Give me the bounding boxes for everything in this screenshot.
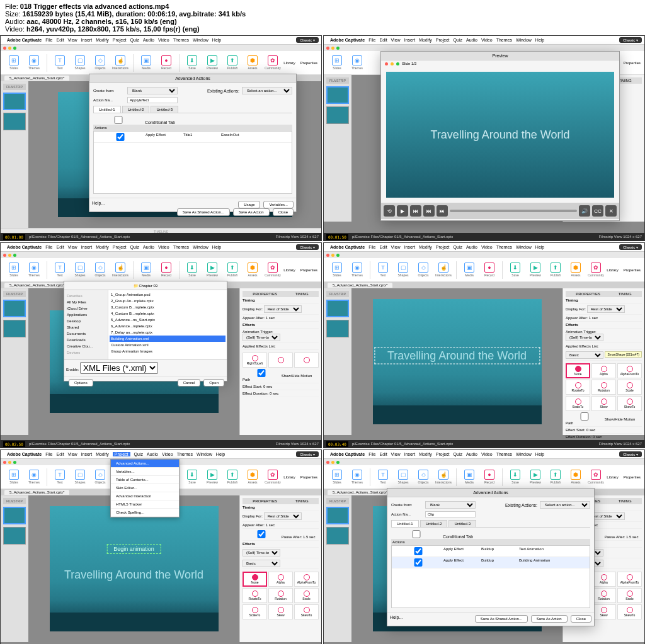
menu-item-html5[interactable]: HTML5 Tracker (111, 500, 179, 509)
display-for-select[interactable]: Rest of Slide (264, 305, 302, 313)
menu-file[interactable]: File (45, 38, 52, 42)
preview-title: Preview (381, 52, 619, 60)
menu-video[interactable]: Video (158, 38, 169, 42)
row-checkbox[interactable] (95, 133, 146, 141)
close-icon[interactable] (3, 47, 6, 50)
selected-text[interactable]: Travelling Around the World (374, 347, 540, 364)
tab-untitled-3[interactable]: Untitled-3 (151, 106, 178, 113)
prev-button[interactable]: ⏮ (410, 205, 421, 217)
sidebar-desktop[interactable]: Desktop (67, 318, 105, 324)
fx-alpha[interactable]: Alpha (591, 363, 616, 378)
sidebar-icloud[interactable]: iCloud Drive (67, 305, 105, 312)
rewind-button[interactable]: ⟲ (384, 205, 395, 217)
filmstrip-slide-1[interactable] (3, 93, 26, 110)
media-button[interactable]: ▣Media (137, 53, 156, 73)
properties-tab[interactable]: Properties (300, 61, 317, 65)
menu-item-skin[interactable]: Skin Editor... (111, 484, 179, 492)
progress-bar[interactable] (450, 210, 577, 212)
menu-insert[interactable]: Insert (81, 38, 93, 42)
open-button[interactable]: Open (203, 379, 224, 387)
file-item[interactable]: 1_Group Animation.psd (110, 291, 225, 298)
menu-edit[interactable]: Edit (57, 38, 64, 42)
sidebar-downloads[interactable]: Downloads (67, 337, 105, 343)
menu-themes[interactable]: Themes (173, 38, 189, 42)
workspace-selector[interactable]: Classic ▾ (296, 37, 319, 43)
community-button[interactable]: ✿Community (263, 53, 282, 73)
menu-item-spelling[interactable]: Check Spelling... (111, 509, 179, 517)
exit-button[interactable]: ✕ (605, 205, 617, 217)
conditional-checkbox[interactable] (93, 116, 144, 124)
filmstrip-slide-2[interactable] (3, 113, 26, 130)
menubar: Adobe Captivate FileEditViewInsertModify… (324, 36, 644, 45)
action-row[interactable]: Apply Effect Title1 EaseInOut (94, 132, 292, 143)
fx-none[interactable]: None (566, 363, 590, 378)
fx-scale[interactable]: Scale (617, 380, 642, 395)
fx-rotateto[interactable]: RotateTo (566, 380, 590, 395)
thumbnail-grid: Adobe Captivate File Edit View Insert Mo… (0, 35, 645, 644)
begin-button[interactable]: Begin animation (106, 544, 161, 554)
play-button[interactable]: ▶ (397, 205, 408, 217)
menu-help[interactable]: Help (212, 38, 221, 42)
dialog-title: Advanced Actions (89, 74, 296, 83)
fx-alphafromto[interactable]: AlphaFromTo (617, 363, 642, 378)
doc-tab[interactable]: 5_Advanced_Actions_Start.cptx* (4, 76, 69, 81)
menu-item-advanced-actions[interactable]: Advanced Actions... (111, 460, 179, 468)
end-button[interactable]: ⏭ (437, 205, 448, 217)
save-action-button[interactable]: Save As Action (233, 208, 270, 216)
file-item-selected[interactable]: Building Animation.xml (110, 336, 225, 342)
tab-untitled-1[interactable]: Untitled-1 (93, 106, 121, 113)
record-button[interactable]: ●Record (157, 53, 176, 73)
sidebar-apps[interactable]: Applications (67, 312, 105, 318)
sidebar-shared[interactable]: Shared (67, 324, 105, 330)
action-name-input[interactable] (127, 97, 178, 103)
save-button[interactable]: ⬇Save (183, 53, 202, 73)
library-tab[interactable]: Library (283, 61, 295, 65)
create-from-select[interactable]: Blank (127, 87, 178, 94)
fx-scaleto[interactable]: ScaleTo (566, 396, 590, 411)
tab-untitled-2[interactable]: Untitled-2 (122, 106, 150, 113)
fx-skewto[interactable]: SkewTo (617, 396, 642, 411)
close-button[interactable]: Close (273, 208, 294, 216)
shapes-button[interactable]: ▢Shapes (71, 53, 89, 73)
help-link[interactable]: Help... (92, 201, 105, 205)
fx-skew[interactable]: Skew (591, 396, 616, 411)
thumbnail-1: Adobe Captivate File Edit View Insert Mo… (0, 35, 322, 241)
menu-project[interactable]: Project (113, 38, 127, 42)
thumbnail-2: Adobe Captivate FileEditViewInsertModify… (323, 35, 645, 241)
slides-button[interactable]: ⊞Slides (4, 53, 23, 73)
assets-button[interactable]: ⬢Assets (243, 53, 262, 73)
preview-button[interactable]: ▶Preview (203, 53, 222, 73)
menu-item-adv-interaction[interactable]: Advanced Interaction (111, 492, 179, 500)
menu-window[interactable]: Window (193, 38, 208, 42)
save-shared-button[interactable]: Save As Shared Action... (177, 208, 230, 216)
trigger-select[interactable]: (Self) Time-based animation (243, 334, 280, 341)
existing-actions-select[interactable]: Select an action... (242, 87, 292, 94)
maximize-icon[interactable] (13, 47, 16, 50)
sidebar-cc[interactable]: Creative Clou... (67, 343, 105, 349)
minimize-icon[interactable] (8, 47, 11, 50)
cancel-button[interactable]: Cancel (178, 379, 201, 387)
cc-button[interactable]: CC (592, 205, 603, 217)
themes-button[interactable]: ◉Themes (25, 53, 43, 73)
sidebar-documents[interactable]: Documents (67, 330, 105, 337)
menu-item-toc[interactable]: Table of Contents... (111, 476, 179, 484)
menu-project-open[interactable]: Project (113, 452, 130, 456)
menu-modify[interactable]: Modify (96, 38, 109, 42)
interactions-button[interactable]: ☝Interactions (111, 53, 130, 73)
menu-view[interactable]: View (68, 38, 77, 42)
publish-button[interactable]: ⬆Publish (223, 53, 242, 73)
objects-button[interactable]: ◇Objects (91, 53, 110, 73)
usage-button[interactable]: Usage (238, 201, 260, 208)
next-button[interactable]: ⏭ (423, 205, 435, 217)
fx-righttoleft[interactable]: RightToLeft (243, 353, 267, 368)
text-button[interactable]: TText (50, 53, 69, 73)
sidebar-all-files[interactable]: All My Files (67, 299, 105, 305)
options-button[interactable]: Options (69, 379, 93, 387)
menu-quiz[interactable]: Quiz (130, 38, 139, 42)
variables-button[interactable]: Variables... (263, 201, 294, 208)
volume-button[interactable]: 🔊 (579, 205, 590, 217)
menu-item-variables[interactable]: Variables... (111, 468, 179, 476)
file-type-select[interactable]: XML Files (*.xml) (80, 362, 158, 374)
menu-audio[interactable]: Audio (143, 38, 154, 42)
fx-rotation[interactable]: Rotation (591, 380, 616, 395)
